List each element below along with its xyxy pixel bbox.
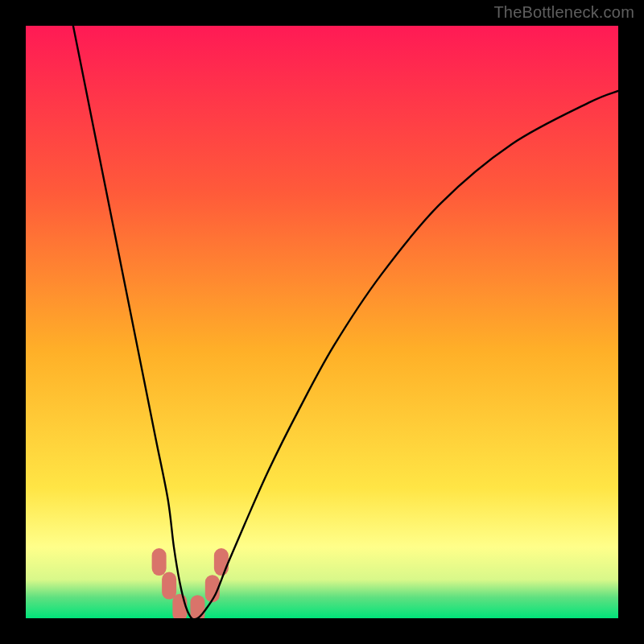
chart-frame: TheBottleneck.com — [0, 0, 644, 644]
watermark-text: TheBottleneck.com — [493, 3, 634, 22]
data-marker — [162, 572, 176, 600]
chart-background — [26, 26, 618, 618]
data-marker — [214, 548, 229, 576]
chart-plot-area — [26, 26, 618, 618]
chart-svg — [26, 26, 618, 618]
data-marker — [152, 548, 167, 576]
